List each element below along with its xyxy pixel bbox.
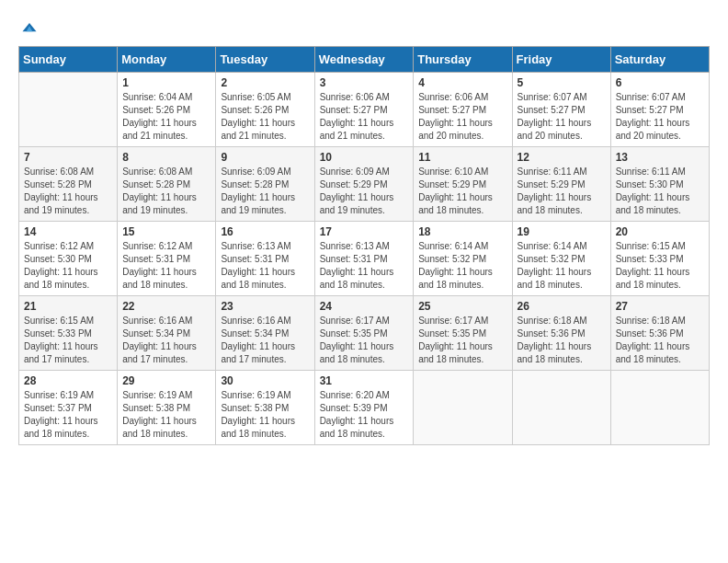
daylight: Daylight: 11 hours and 18 minutes. [616,192,690,215]
daylight: Daylight: 11 hours and 18 minutes. [24,267,98,290]
calendar-cell: 14 Sunrise: 6:12 AM Sunset: 5:30 PM Dayl… [19,222,118,296]
sunset: Sunset: 5:32 PM [518,254,586,264]
calendar-cell: 5 Sunrise: 6:07 AM Sunset: 5:27 PM Dayli… [512,73,610,147]
header-thursday: Thursday [414,47,512,73]
day-info: Sunrise: 6:18 AM Sunset: 5:36 PM Dayligh… [616,315,704,366]
sunset: Sunset: 5:28 PM [122,179,190,190]
day-info: Sunrise: 6:09 AM Sunset: 5:29 PM Dayligh… [320,166,409,217]
sunset: Sunset: 5:32 PM [418,254,486,264]
day-number: 13 [616,151,704,164]
calendar-cell: 30 Sunrise: 6:19 AM Sunset: 5:38 PM Dayl… [216,371,314,445]
calendar-cell: 8 Sunrise: 6:08 AM Sunset: 5:28 PM Dayli… [118,147,216,222]
sunset: Sunset: 5:29 PM [518,179,586,190]
calendar-header-row: SundayMondayTuesdayWednesdayThursdayFrid… [19,47,710,73]
sunrise: Sunrise: 6:10 AM [418,167,488,177]
day-info: Sunrise: 6:05 AM Sunset: 5:26 PM Dayligh… [221,91,309,143]
sunrise: Sunrise: 6:20 AM [320,390,390,400]
sunrise: Sunrise: 6:05 AM [221,92,290,102]
sunset: Sunset: 5:37 PM [24,403,92,413]
calendar-cell: 2 Sunrise: 6:05 AM Sunset: 5:26 PM Dayli… [216,73,314,147]
calendar-cell: 22 Sunrise: 6:16 AM Sunset: 5:34 PM Dayl… [118,296,216,371]
calendar-cell: 3 Sunrise: 6:06 AM Sunset: 5:27 PM Dayli… [314,73,414,147]
daylight: Daylight: 11 hours and 21 minutes. [320,118,394,141]
calendar-cell: 26 Sunrise: 6:18 AM Sunset: 5:36 PM Dayl… [512,296,610,371]
calendar-cell: 9 Sunrise: 6:09 AM Sunset: 5:28 PM Dayli… [216,147,314,222]
day-info: Sunrise: 6:12 AM Sunset: 5:31 PM Dayligh… [122,240,210,292]
day-info: Sunrise: 6:19 AM Sunset: 5:38 PM Dayligh… [221,389,309,441]
sunset: Sunset: 5:30 PM [24,254,92,264]
sunset: Sunset: 5:35 PM [418,328,486,339]
day-info: Sunrise: 6:08 AM Sunset: 5:28 PM Dayligh… [24,166,112,217]
sunset: Sunset: 5:27 PM [320,105,388,115]
sunrise: Sunrise: 6:16 AM [122,316,192,326]
day-number: 4 [418,76,506,89]
sunset: Sunset: 5:29 PM [418,179,486,190]
sunrise: Sunrise: 6:18 AM [616,316,686,326]
daylight: Daylight: 11 hours and 19 minutes. [122,192,197,215]
calendar-cell [19,73,118,147]
header-monday: Monday [118,47,216,73]
sunrise: Sunrise: 6:17 AM [418,316,488,326]
calendar-cell: 17 Sunrise: 6:13 AM Sunset: 5:31 PM Dayl… [314,222,414,296]
sunset: Sunset: 5:38 PM [221,403,289,413]
sunset: Sunset: 5:36 PM [616,328,684,339]
day-number: 2 [221,76,309,89]
daylight: Daylight: 11 hours and 18 minutes. [221,267,295,290]
calendar-cell: 27 Sunrise: 6:18 AM Sunset: 5:36 PM Dayl… [610,296,709,371]
day-number: 17 [320,225,409,238]
day-info: Sunrise: 6:17 AM Sunset: 5:35 PM Dayligh… [320,315,409,366]
day-number: 8 [122,151,210,164]
daylight: Daylight: 11 hours and 18 minutes. [221,416,295,439]
sunrise: Sunrise: 6:18 AM [518,316,587,326]
day-number: 27 [616,300,704,313]
day-number: 10 [320,151,409,164]
day-number: 21 [24,300,112,313]
day-info: Sunrise: 6:18 AM Sunset: 5:36 PM Dayligh… [518,315,606,366]
sunrise: Sunrise: 6:19 AM [122,390,192,400]
sunset: Sunset: 5:35 PM [320,328,388,339]
sunset: Sunset: 5:27 PM [518,105,586,115]
sunrise: Sunrise: 6:14 AM [418,241,488,251]
calendar-week-5: 28 Sunrise: 6:19 AM Sunset: 5:37 PM Dayl… [19,371,710,445]
header-wednesday: Wednesday [314,47,414,73]
day-number: 14 [24,225,112,238]
day-info: Sunrise: 6:08 AM Sunset: 5:28 PM Dayligh… [122,166,210,217]
day-info: Sunrise: 6:11 AM Sunset: 5:30 PM Dayligh… [616,166,704,217]
day-info: Sunrise: 6:07 AM Sunset: 5:27 PM Dayligh… [616,91,704,143]
daylight: Daylight: 11 hours and 20 minutes. [616,118,690,141]
calendar-cell: 12 Sunrise: 6:11 AM Sunset: 5:29 PM Dayl… [512,147,610,222]
daylight: Daylight: 11 hours and 19 minutes. [24,192,98,215]
daylight: Daylight: 11 hours and 18 minutes. [518,341,592,364]
daylight: Daylight: 11 hours and 17 minutes. [221,341,295,364]
sunrise: Sunrise: 6:11 AM [518,167,587,177]
day-number: 30 [221,374,309,387]
sunrise: Sunrise: 6:13 AM [221,241,290,251]
sunset: Sunset: 5:34 PM [221,328,289,339]
sunrise: Sunrise: 6:15 AM [24,316,94,326]
sunset: Sunset: 5:28 PM [221,179,289,190]
day-number: 16 [221,225,309,238]
sunrise: Sunrise: 6:13 AM [320,241,390,251]
calendar-cell: 1 Sunrise: 6:04 AM Sunset: 5:26 PM Dayli… [118,73,216,147]
calendar-week-2: 7 Sunrise: 6:08 AM Sunset: 5:28 PM Dayli… [19,147,710,222]
day-number: 15 [122,225,210,238]
sunrise: Sunrise: 6:09 AM [320,167,390,177]
calendar-cell: 7 Sunrise: 6:08 AM Sunset: 5:28 PM Dayli… [19,147,118,222]
day-number: 9 [221,151,309,164]
day-number: 3 [320,76,409,89]
daylight: Daylight: 11 hours and 17 minutes. [24,341,98,364]
daylight: Daylight: 11 hours and 18 minutes. [518,267,592,290]
day-number: 19 [518,225,606,238]
day-number: 7 [24,151,112,164]
sunset: Sunset: 5:39 PM [320,403,388,413]
calendar-cell [512,371,610,445]
daylight: Daylight: 11 hours and 18 minutes. [122,267,197,290]
calendar-week-3: 14 Sunrise: 6:12 AM Sunset: 5:30 PM Dayl… [19,222,710,296]
calendar-cell: 24 Sunrise: 6:17 AM Sunset: 5:35 PM Dayl… [314,296,414,371]
day-info: Sunrise: 6:15 AM Sunset: 5:33 PM Dayligh… [24,315,112,366]
sunrise: Sunrise: 6:04 AM [122,92,192,102]
calendar-cell: 11 Sunrise: 6:10 AM Sunset: 5:29 PM Dayl… [414,147,512,222]
sunrise: Sunrise: 6:11 AM [616,167,686,177]
sunrise: Sunrise: 6:06 AM [320,92,390,102]
calendar-week-4: 21 Sunrise: 6:15 AM Sunset: 5:33 PM Dayl… [19,296,710,371]
